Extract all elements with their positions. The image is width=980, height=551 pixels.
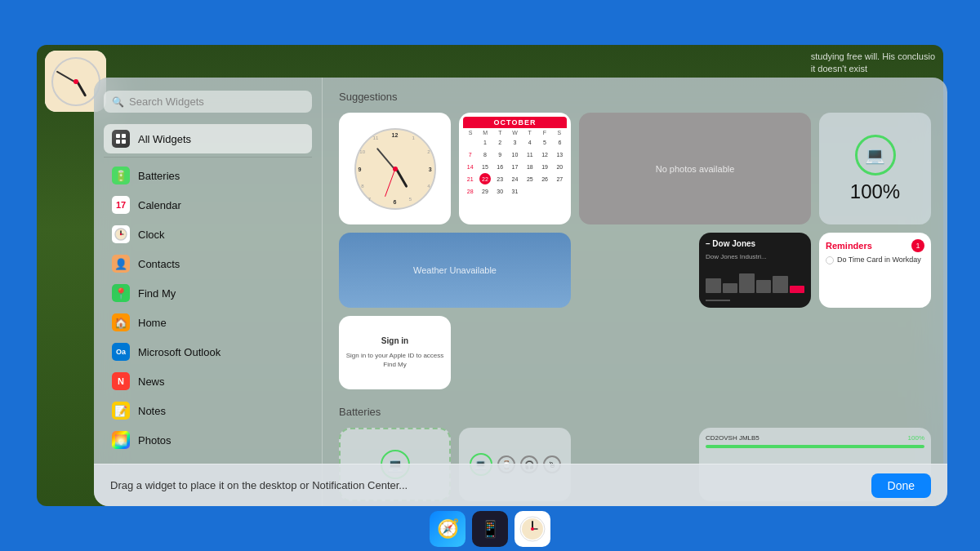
calendar-widget[interactable]: OCTOBER SMTWTFS 123456 78910111213 14151… xyxy=(459,113,571,224)
svg-rect-0 xyxy=(116,134,120,138)
sidebar-item-clock-label: Clock xyxy=(138,229,165,241)
cal-days-grid: 123456 78910111213 14151617181920 212223… xyxy=(463,136,567,197)
reminder-item-text: Do Time Card in Workday xyxy=(837,256,921,265)
svg-rect-1 xyxy=(122,134,126,138)
dow-subtitle: Dow Jones Industri... xyxy=(706,253,804,260)
all-widgets-icon xyxy=(112,130,130,148)
search-icon: 🔍 xyxy=(112,96,124,108)
reminders-header: Reminders 1 xyxy=(826,239,924,252)
sidebar-item-notes-label: Notes xyxy=(138,405,166,417)
dow-chart xyxy=(706,269,804,293)
findmy-icon: 📍 xyxy=(112,284,130,302)
sidebar-item-contacts[interactable]: 👤 Contacts xyxy=(104,249,312,278)
sidebar-item-all-widgets-label: All Widgets xyxy=(138,133,191,145)
reminder-checkbox xyxy=(826,256,834,264)
bottom-bar: Drag a widget to place it on the desktop… xyxy=(94,464,947,506)
sidebar-item-news-label: News xyxy=(138,375,165,388)
sidebar-item-find-my[interactable]: 📍 Find My xyxy=(104,278,312,308)
dock-clock[interactable] xyxy=(514,511,550,547)
battery-percentage: 100% xyxy=(850,180,900,203)
photos-widget[interactable]: No photos available xyxy=(579,113,811,224)
reminder-item: Do Time Card in Workday xyxy=(826,256,924,265)
findmy-widget[interactable]: Sign in Sign in to your Apple ID to acce… xyxy=(339,316,451,389)
sidebar-item-calendar-label: Calendar xyxy=(138,199,181,211)
findmy-sign-in-text: Sign in to your Apple ID to access Find … xyxy=(345,352,444,369)
home-icon: 🏠 xyxy=(112,313,130,331)
cal-days-header: SMTWTFS xyxy=(463,130,567,136)
laptop-icon-circle: 💻 xyxy=(855,135,896,176)
dock-dark-app[interactable]: 📱 xyxy=(472,511,508,547)
dow-line xyxy=(706,300,730,301)
sidebar-item-home-label: Home xyxy=(138,317,167,329)
clock-icon xyxy=(112,225,130,243)
sidebar-item-batteries-label: Batteries xyxy=(138,170,180,182)
sidebar-item-all-widgets[interactable]: All Widgets xyxy=(104,124,312,153)
reminders-title: Reminders xyxy=(826,241,872,251)
battery-device-name: CD2OVSH JMLB5 xyxy=(706,434,760,442)
sidebar-item-home[interactable]: 🏠 Home xyxy=(104,308,312,337)
weather-widget[interactable]: Weather Unavailable xyxy=(339,233,571,308)
sidebar-item-photos-label: Photos xyxy=(138,434,171,447)
reminders-count: 1 xyxy=(911,239,924,252)
sidebar-item-photos[interactable]: 🌅 Photos xyxy=(104,425,312,455)
sidebar-item-outlook-label: Microsoft Outlook xyxy=(138,346,220,358)
battery-laptop-widget[interactable]: 💻 100% xyxy=(819,113,931,224)
dow-title: – Dow Jones xyxy=(706,239,804,248)
calendar-icon: 17 xyxy=(112,196,130,214)
batteries-icon: 🔋 xyxy=(112,167,130,184)
reminders-widget[interactable]: Reminders 1 Do Time Card in Workday xyxy=(819,233,931,308)
top-text-hint: studying free will. His conclusio it doe… xyxy=(811,51,935,76)
weather-unavailable-text: Weather Unavailable xyxy=(413,265,497,275)
sidebar-divider xyxy=(104,157,312,158)
cal-header: OCTOBER xyxy=(463,117,567,128)
bottom-hint-text: Drag a widget to place it on the desktop… xyxy=(110,479,408,491)
sidebar-item-news[interactable]: N News xyxy=(104,367,312,396)
batteries-section-title: Batteries xyxy=(339,406,931,418)
findmy-sign-in-title: Sign in xyxy=(381,336,408,345)
dock-safari[interactable]: 🧭 xyxy=(430,511,466,547)
svg-rect-3 xyxy=(122,140,126,144)
sidebar-item-notes[interactable]: 📝 Notes xyxy=(104,396,312,425)
widget-panel: 🔍 All Widgets 🔋 Batteries 17 Ca xyxy=(94,78,947,506)
battery-progress-container xyxy=(706,445,924,448)
dow-jones-widget[interactable]: – Dow Jones Dow Jones Industri... xyxy=(699,233,811,308)
suggestions-section-title: Suggestions xyxy=(339,91,931,103)
sidebar-item-calendar[interactable]: 17 Calendar xyxy=(104,190,312,220)
sidebar-item-contacts-label: Contacts xyxy=(138,258,180,270)
search-bar[interactable]: 🔍 xyxy=(104,91,312,113)
news-icon: N xyxy=(112,372,130,390)
battery-detail-row: CD2OVSH JMLB5 100% xyxy=(706,434,924,442)
photos-unavailable-text: No photos available xyxy=(656,164,735,174)
search-input[interactable] xyxy=(129,96,304,108)
dock: 🧭 📱 xyxy=(0,506,980,551)
sidebar-item-find-my-label: Find My xyxy=(138,287,176,300)
notes-icon: 📝 xyxy=(112,402,130,420)
sidebar-item-batteries[interactable]: 🔋 Batteries xyxy=(104,161,312,190)
battery-device-percent: 100% xyxy=(908,434,924,442)
sidebar: 🔍 All Widgets 🔋 Batteries 17 Ca xyxy=(94,78,323,506)
empty-placeholder xyxy=(579,233,691,308)
svg-point-12 xyxy=(531,527,534,531)
svg-point-7 xyxy=(120,233,122,235)
svg-rect-2 xyxy=(116,140,120,144)
sidebar-item-clock[interactable]: Clock xyxy=(104,220,312,249)
battery-progress-fill xyxy=(706,445,924,448)
photos-icon: 🌅 xyxy=(112,431,130,449)
outlook-icon: Oa xyxy=(112,343,130,361)
content-area: Suggestions 12 3 6 9 1 11 xyxy=(323,78,947,506)
clock-widget[interactable]: 12 3 6 9 1 11 2 10 4 8 5 7 xyxy=(339,113,451,224)
sidebar-item-outlook[interactable]: Oa Microsoft Outlook xyxy=(104,337,312,367)
contacts-icon: 👤 xyxy=(112,255,130,273)
done-button[interactable]: Done xyxy=(871,473,931,498)
